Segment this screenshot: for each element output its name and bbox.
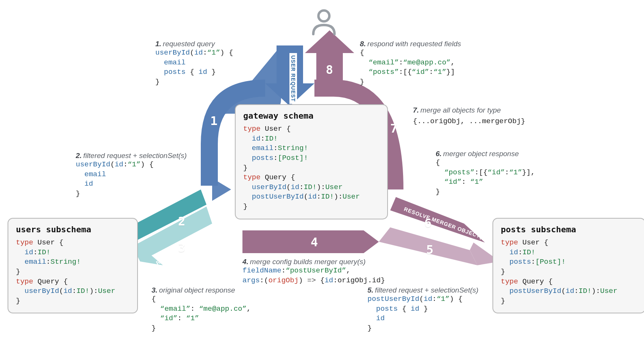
posts-subschema-title: posts subschema: [501, 225, 637, 234]
stepnum-7: 7: [390, 121, 397, 136]
users-subschema-body: type User { id:ID! email:String! } type …: [16, 238, 130, 306]
stepnum-2: 2: [178, 214, 185, 229]
step-4-code: fieldName:“postUserById”, args:(origObj)…: [242, 266, 385, 285]
gateway-schema-title: gateway schema: [243, 111, 380, 121]
step-1: 1.requested query userById(id:“1”) { ema…: [155, 40, 233, 87]
step-6-code: { “posts”:[{“id”:“1”}], “id”: “1” }: [436, 158, 535, 197]
stepnum-4: 4: [311, 235, 318, 249]
step-5-code: postUserById(id:“1”) { posts { id } id }: [367, 294, 478, 333]
stepnum-6: 6: [424, 216, 431, 230]
gateway-schema-body: type User { id:ID! email:String! posts:[…: [243, 124, 380, 212]
svg-point-14: [319, 11, 330, 22]
stepnum-8: 8: [326, 63, 333, 77]
step-1-caption: 1.requested query: [155, 40, 233, 48]
gateway-schema-card: gateway schema type User { id:ID! email:…: [235, 104, 388, 219]
stepnum-3: 3: [178, 241, 185, 255]
step-3-code: { “email”: “me@app.co”, “id”: “1” }: [152, 294, 251, 333]
users-subschema-card: users subschema type User { id:ID! email…: [8, 218, 138, 313]
step-2: 2.filtered request + selectionSet(s) use…: [76, 152, 187, 199]
step-7-caption: 7.merge all objects for type: [413, 106, 525, 114]
posts-subschema-card: posts subschema type User { id:ID! posts…: [492, 218, 644, 313]
label-user-request: USER REQUEST: [289, 53, 297, 104]
step-1-code: userById(id:“1”) { email posts { id } }: [155, 48, 233, 87]
step-7-code: {...origObj, ...mergerObj}: [413, 117, 525, 127]
stepnum-1: 1: [210, 114, 217, 128]
step-2-code: userById(id:“1”) { email id }: [76, 160, 187, 199]
stepnum-5: 5: [426, 243, 433, 257]
step-4: 4.merge config builds merger query(s) fi…: [242, 258, 385, 285]
user-icon: [309, 7, 339, 39]
step-8-caption: 8.respond with requested fields: [360, 40, 461, 48]
step-4-caption: 4.merge config builds merger query(s): [242, 258, 385, 266]
posts-subschema-body: type User { id:ID! posts:[Post]! } type …: [501, 238, 637, 306]
step-8-code: { “email”:“me@app.co”, “posts”:[{“id”:“1…: [360, 48, 461, 87]
step-5-caption: 5.filtered request + selectionSet(s): [367, 286, 478, 294]
label-resolve-merger: RESOLVE MERGER OBJECT(S): [403, 206, 489, 242]
step-3-caption: 3.original object response: [152, 286, 251, 294]
step-3: 3.original object response { “email”: “m…: [152, 286, 251, 333]
step-6: 6.merger object response { “posts”:[{“id…: [436, 150, 535, 197]
step-8: 8.respond with requested fields { “email…: [360, 40, 461, 87]
step-5: 5.filtered request + selectionSet(s) pos…: [367, 286, 478, 333]
label-resolve-original: RESOLVE ORIGINAL OBJECT: [155, 221, 232, 266]
step-6-caption: 6.merger object response: [436, 150, 535, 158]
users-subschema-title: users subschema: [16, 225, 130, 234]
step-2-caption: 2.filtered request + selectionSet(s): [76, 152, 187, 160]
step-7: 7.merge all objects for type {...origObj…: [413, 106, 525, 127]
